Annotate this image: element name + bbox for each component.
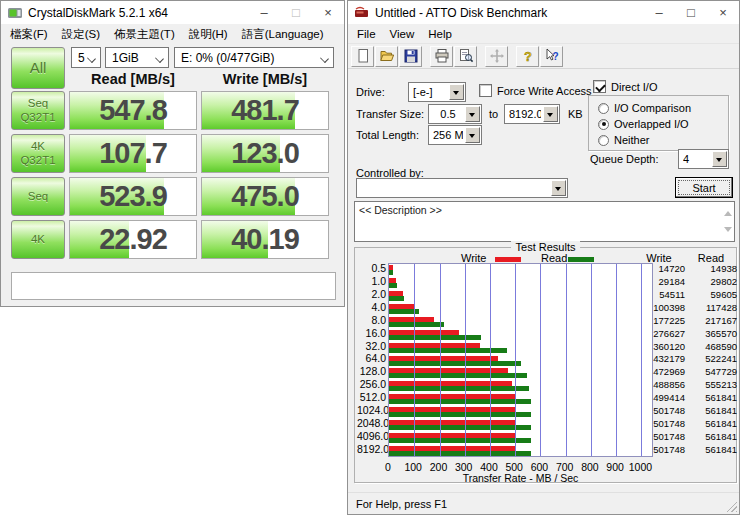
read-value: 117428: [703, 302, 737, 315]
read-bar: [389, 386, 529, 391]
atto-minimize-button[interactable]: –: [643, 1, 675, 24]
atto-maximize-button[interactable]: □: [675, 1, 707, 24]
cdm-menu-item-2[interactable]: 佈景主題(T): [107, 25, 182, 44]
read-value: 365570: [703, 328, 737, 341]
dropdown-arrow-icon: [543, 106, 558, 122]
total-length-select[interactable]: 256 MB: [428, 125, 482, 145]
read-value: 561841: [703, 392, 737, 405]
atto-menubar: FileViewHelp: [348, 24, 739, 44]
toolbar-print-preview-button[interactable]: [454, 46, 477, 67]
toolbar-save-button[interactable]: [399, 46, 422, 67]
queue-depth-select[interactable]: 4: [678, 149, 729, 169]
cdm-drive-select[interactable]: E: 0% (0/477GiB): [174, 47, 334, 68]
cdm-test-button-1[interactable]: 4K Q32T1: [11, 134, 65, 173]
direct-io-checkbox[interactable]: [593, 80, 606, 93]
cdm-menu-item-4[interactable]: 語言(Language): [235, 25, 331, 44]
dropdown-arrow-icon: [712, 151, 727, 167]
radio-button-icon: [598, 103, 609, 114]
cdm-read-header: Read [MB/s]: [69, 71, 197, 89]
read-value: 59605: [703, 289, 737, 302]
cdm-comment-box[interactable]: [11, 272, 336, 300]
cdm-read-result-1: 107.7: [69, 134, 197, 173]
write-value: 276627: [652, 328, 685, 341]
cdm-menu-item-1[interactable]: 設定(S): [55, 25, 107, 44]
toolbar-open-button[interactable]: [375, 46, 398, 67]
description-text: << Description >>: [359, 204, 442, 216]
atto-menu-item-2[interactable]: Help: [421, 26, 459, 42]
gridline: [566, 264, 567, 456]
queue-depth-label: Queue Depth:: [590, 153, 659, 165]
cdm-all-button[interactable]: All: [11, 47, 65, 89]
cdm-test-button-2[interactable]: Seq: [11, 177, 65, 216]
result-value: 40.19: [202, 221, 328, 257]
size-label: 1.0: [357, 275, 386, 288]
resize-grip[interactable]: [724, 499, 737, 512]
force-write-access-label[interactable]: Force Write Access: [497, 85, 592, 97]
write-value: 432179: [652, 353, 685, 366]
print-preview-icon: [458, 48, 474, 64]
start-button[interactable]: Start: [675, 177, 733, 198]
open-icon: [379, 48, 395, 64]
cdm-test-count-value: 5: [78, 51, 85, 65]
radio-overlapped-i-o[interactable]: Overlapped I/O: [598, 117, 689, 131]
write-value: 472969: [652, 366, 685, 379]
gridline: [515, 264, 516, 456]
cdm-minimize-button[interactable]: –: [248, 1, 280, 24]
cdm-menu-item-0[interactable]: 檔案(F): [3, 25, 55, 44]
io-mode-groupbox: I/O ComparisonOverlapped I/ONeither: [588, 95, 729, 151]
dropdown-arrow-icon: [551, 180, 566, 196]
toolbar-print-button[interactable]: [430, 46, 453, 67]
read-values-column: 1493829802596051174282171673655704685905…: [703, 263, 737, 457]
atto-menu-item-0[interactable]: File: [350, 26, 383, 42]
read-value: 468590: [703, 341, 737, 354]
write-value: 501748: [652, 405, 685, 418]
size-label: 1024.0: [357, 404, 386, 417]
scroll-up-icon[interactable]: [724, 207, 732, 216]
chevron-down-icon: [88, 55, 95, 62]
description-box[interactable]: << Description >>: [354, 201, 735, 242]
radio-neither[interactable]: Neither: [598, 133, 649, 147]
radio-i-o-comparison[interactable]: I/O Comparison: [598, 101, 691, 115]
cdm-test-button-3[interactable]: 4K: [11, 220, 65, 259]
toolbar-help-button[interactable]: ?: [516, 46, 539, 67]
svg-text:?: ?: [524, 49, 532, 64]
cdm-test-size-select[interactable]: 1GiB: [105, 47, 169, 68]
size-label: 256.0: [357, 378, 386, 391]
transfer-to-value: 8192.0: [509, 108, 541, 120]
atto-app-icon: [354, 6, 370, 20]
size-label: 2.0: [357, 288, 386, 301]
atto-close-button[interactable]: ×: [707, 1, 739, 24]
gridline: [540, 264, 541, 456]
cdm-menu-item-3[interactable]: 說明(H): [182, 25, 235, 44]
read-bar: [389, 296, 404, 301]
dropdown-arrow-icon: [449, 84, 464, 100]
read-value: 561841: [703, 444, 737, 457]
crystaldiskmark-window: CrystalDiskMark 5.2.1 x64 – □ × 檔案(F)設定(…: [0, 0, 345, 307]
cdm-close-button[interactable]: ×: [312, 1, 344, 24]
scroll-down-icon[interactable]: [724, 227, 732, 236]
radio-label: I/O Comparison: [614, 102, 691, 114]
read-bar: [389, 283, 397, 288]
transfer-size-to-select[interactable]: 8192.0: [504, 104, 560, 124]
chevron-down-icon: [156, 55, 163, 62]
drive-label: Drive:: [356, 86, 385, 98]
toolbar-separator: [423, 46, 430, 67]
read-value: 555213: [703, 379, 737, 392]
read-value: 547729: [703, 366, 737, 379]
direct-io-label[interactable]: Direct I/O: [611, 81, 657, 93]
controlled-by-select[interactable]: [356, 178, 568, 198]
toolbar-context-help-button[interactable]: ?: [540, 46, 563, 67]
total-length-label: Total Length:: [356, 129, 419, 141]
size-label: 0.5: [357, 262, 386, 275]
force-write-access-checkbox[interactable]: [479, 84, 492, 97]
drive-select[interactable]: [-e-]: [408, 82, 466, 102]
atto-menu-item-1[interactable]: View: [383, 26, 422, 42]
transfer-size-from-select[interactable]: 0.5: [428, 104, 482, 124]
write-value: 14720: [652, 263, 685, 276]
toolbar-new-button[interactable]: [351, 46, 374, 67]
write-value: 488856: [652, 379, 685, 392]
cdm-test-count-select[interactable]: 5: [71, 47, 101, 68]
cdm-test-button-0[interactable]: Seq Q32T1: [11, 91, 65, 130]
radio-label: Overlapped I/O: [614, 118, 689, 130]
benchmark-chart-plot: [388, 263, 653, 457]
